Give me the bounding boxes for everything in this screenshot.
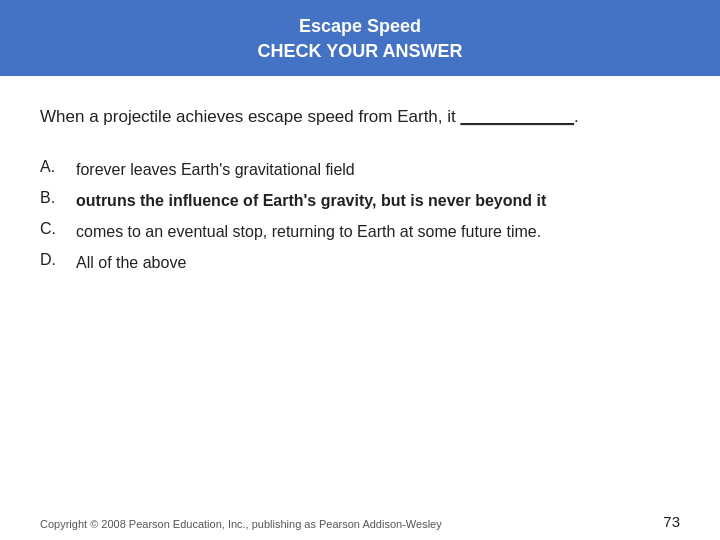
header-title: Escape Speed bbox=[20, 14, 700, 39]
question-blank: ____________ bbox=[461, 107, 574, 126]
answer-letter-b: B. bbox=[40, 189, 76, 220]
answer-text-a: forever leaves Earth's gravitational fie… bbox=[76, 158, 680, 189]
slide-footer: Copyright © 2008 Pearson Education, Inc.… bbox=[0, 513, 720, 530]
answer-letter-d: D. bbox=[40, 251, 76, 282]
header-subtitle: CHECK YOUR ANSWER bbox=[20, 39, 700, 64]
answer-row-c: C. comes to an eventual stop, returning … bbox=[40, 220, 680, 251]
answer-letter-a: A. bbox=[40, 158, 76, 189]
page-number: 73 bbox=[663, 513, 680, 530]
question-text-before: When a projectile achieves escape speed … bbox=[40, 107, 456, 126]
slide-header: Escape Speed CHECK YOUR ANSWER bbox=[0, 0, 720, 76]
answer-row-b: B. outruns the influence of Earth's grav… bbox=[40, 189, 680, 220]
answer-list: A. forever leaves Earth's gravitational … bbox=[40, 158, 680, 283]
answer-text-d: All of the above bbox=[76, 251, 680, 282]
answer-text-b: outruns the influence of Earth's gravity… bbox=[76, 189, 680, 220]
answer-letter-c: C. bbox=[40, 220, 76, 251]
question-period: . bbox=[574, 107, 579, 126]
copyright-text: Copyright © 2008 Pearson Education, Inc.… bbox=[40, 518, 442, 530]
question-text: When a projectile achieves escape speed … bbox=[40, 104, 680, 130]
answer-text-c: comes to an eventual stop, returning to … bbox=[76, 220, 680, 251]
answer-row-a: A. forever leaves Earth's gravitational … bbox=[40, 158, 680, 189]
answer-row-d: D. All of the above bbox=[40, 251, 680, 282]
slide-content: When a projectile achieves escape speed … bbox=[0, 76, 720, 302]
